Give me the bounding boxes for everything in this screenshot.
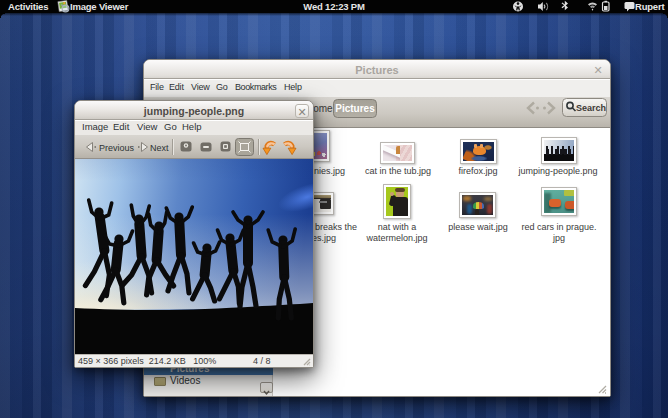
svg-text:Rupert: Rupert [635, 1, 665, 12]
svg-text:Previous: Previous [99, 143, 135, 153]
svg-text:Next: Next [150, 143, 169, 153]
svg-text:Pictures: Pictures [335, 103, 375, 114]
svg-text:Search: Search [576, 103, 606, 113]
